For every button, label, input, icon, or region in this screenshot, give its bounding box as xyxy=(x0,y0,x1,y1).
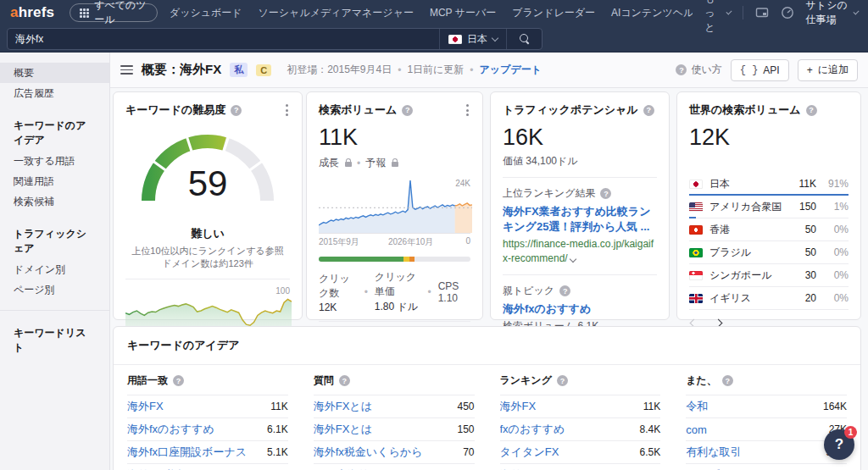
topnav-link[interactable]: ダッシュボード xyxy=(170,6,242,20)
sidebar-item[interactable]: キーワードリスト xyxy=(0,323,109,358)
question-icon[interactable]: ? xyxy=(643,105,654,116)
sidebar-item[interactable]: キーワードのアイデア xyxy=(0,115,109,151)
question-icon[interactable]: ? xyxy=(231,105,242,116)
all-tools-label: すべてのツール xyxy=(94,0,147,27)
top-navigation: ahrefs すべてのツール ダッシュボードソーシャルメディアマネージャーMCP… xyxy=(0,0,868,25)
metric: クリック数12K xyxy=(319,272,358,313)
header-actions: ?使い方 { }API +に追加 xyxy=(676,59,858,81)
add-to-button[interactable]: +に追加 xyxy=(798,59,858,81)
keyword-link[interactable]: 海外fx税金いくらから xyxy=(314,445,423,460)
lock-icon xyxy=(392,162,398,167)
how-to-use-link[interactable]: ?使い方 xyxy=(676,63,721,77)
country-row[interactable]: ブラジル500% xyxy=(689,241,849,264)
keyword-row: 海外fxのおすすめ6.1K xyxy=(127,417,288,440)
top-ranking-url[interactable]: https://finance-media.co.jp/kaigaifx-rec… xyxy=(491,235,669,266)
column-header: また、 xyxy=(686,373,717,388)
keyword-link[interactable]: 海外fx口座開設ボーナス xyxy=(127,445,247,460)
keyword-ideas-column: 用語一致?海外FX11K海外fxのおすすめ6.1K海外fx口座開設ボーナス5.1… xyxy=(127,365,288,470)
topnav-right: もっと サトシの仕事場 xyxy=(704,0,858,35)
japan-flag-icon xyxy=(448,35,462,44)
sidebar-item[interactable]: ページ別 xyxy=(0,279,109,300)
sidebar-item[interactable]: ドメイン別 xyxy=(0,259,109,279)
sidebar-item[interactable]: 概要 xyxy=(0,63,109,83)
page: ahrefs すべてのツール ダッシュボードソーシャルメディアマネージャーMCP… xyxy=(0,0,868,470)
question-icon[interactable]: ? xyxy=(559,285,570,296)
sidebar-item[interactable]: 広告履歴 xyxy=(0,83,109,103)
keyword-row: 海外fxのおすすめ6.1K xyxy=(500,463,661,470)
page-title: 概要：海外FX xyxy=(142,62,221,78)
topnav-link[interactable]: AIコンテンツヘルパー xyxy=(611,6,693,20)
keyword-link[interactable]: 有利な取引 xyxy=(686,445,741,460)
kd-label: 難しい xyxy=(114,226,302,241)
search-icon xyxy=(520,34,530,44)
ahrefs-logo[interactable]: ahrefs xyxy=(10,4,54,21)
top-ranking-result-link[interactable]: 海外FX業者おすすめ比較ランキング25選！評判から人気 ... xyxy=(491,201,669,235)
keyword-row: fx 国内海外どっち60 xyxy=(314,463,475,470)
keyword-search-input[interactable]: 海外fx xyxy=(8,29,439,49)
us-flag-icon xyxy=(689,202,703,212)
nav-divider xyxy=(743,6,743,19)
kebab-menu-icon[interactable] xyxy=(465,102,470,118)
country-row[interactable]: シンガポール300% xyxy=(689,264,849,287)
parent-topic-link[interactable]: 海外fxのおすすめ xyxy=(491,298,669,317)
question-icon[interactable]: ? xyxy=(402,105,413,116)
kd-score: 59 xyxy=(114,163,302,204)
country-row[interactable]: アメリカ合衆国1501% xyxy=(689,196,849,218)
sidebar-item[interactable]: 一致する用語 xyxy=(0,151,109,171)
keyword-link[interactable]: 海外FX xyxy=(500,399,537,414)
update-link[interactable]: アップデート xyxy=(480,63,542,77)
vol-axis-end: 2026年10月 xyxy=(388,236,433,248)
topnav-link[interactable]: ブランドレーダー xyxy=(512,6,595,20)
sidebar-item[interactable]: トラフィックシェア xyxy=(0,224,109,259)
parent-topic-label: 親トピック xyxy=(503,284,554,298)
question-icon[interactable]: ? xyxy=(557,375,568,386)
app-window-icon[interactable] xyxy=(755,6,769,19)
country-row[interactable]: 日本11K91% xyxy=(689,173,849,196)
hamburger-menu-icon[interactable] xyxy=(120,65,133,75)
question-icon[interactable]: ? xyxy=(173,375,184,386)
sidebar-item[interactable]: 関連用語 xyxy=(0,171,109,191)
notification-badge: 1 xyxy=(844,426,857,439)
sidebar-divider xyxy=(0,310,109,311)
help-bubble-button[interactable]: ? 1 xyxy=(824,429,854,460)
api-button[interactable]: { }API xyxy=(731,59,789,81)
keyword-link[interactable]: fxのおすすめ xyxy=(500,422,565,437)
volume-title: 検索ボリューム xyxy=(319,102,397,118)
question-icon: ? xyxy=(676,64,687,75)
country-selector[interactable]: 日本 xyxy=(439,29,506,49)
workspace-menu[interactable]: サトシの仕事場 xyxy=(806,0,858,27)
question-icon[interactable]: ? xyxy=(339,375,350,386)
keyword-link[interactable]: タイタンFX xyxy=(500,445,559,460)
volume-chart: 24K 2015年9月 2026年10月 0 xyxy=(319,180,470,248)
keyword-ideas-columns: 用語一致?海外FX11K海外fxのおすすめ6.1K海外fx口座開設ボーナス5.1… xyxy=(114,365,860,470)
country-row[interactable]: イギリス200% xyxy=(689,287,849,310)
keyword-row: 海外FX税金4.5K xyxy=(127,463,288,470)
usage-meter-icon[interactable] xyxy=(781,6,794,19)
keyword-link[interactable]: 海外FXとは xyxy=(314,422,372,437)
keyword-link[interactable]: com xyxy=(686,423,707,436)
tp-title: トラフィックポテンシャル xyxy=(503,102,638,118)
tp-value: 16K xyxy=(491,118,669,151)
growth-label[interactable]: 成長 xyxy=(319,156,339,170)
topnav-link[interactable]: MCP サーバー xyxy=(430,6,496,20)
question-icon[interactable]: ? xyxy=(806,105,817,116)
forecast-label[interactable]: 予報 xyxy=(365,156,386,170)
kebab-menu-icon[interactable] xyxy=(284,102,290,118)
jp-flag-icon xyxy=(689,180,703,189)
keyword-link[interactable]: 海外FXとは xyxy=(314,399,372,414)
country-row[interactable]: 香港500% xyxy=(689,218,849,241)
keyword-row: ピップ6.1K xyxy=(686,463,847,470)
bar-segment xyxy=(409,257,414,262)
question-icon[interactable]: ? xyxy=(600,188,611,199)
keyword-link[interactable]: 令和 xyxy=(686,399,708,414)
search-button[interactable] xyxy=(506,29,542,49)
sidebar-item[interactable]: 検索候補 xyxy=(0,191,109,212)
keyword-link[interactable]: 海外FX xyxy=(127,399,164,414)
more-menu[interactable]: もっと xyxy=(704,0,731,35)
question-icon[interactable]: ? xyxy=(722,375,733,386)
topnav-links: ダッシュボードソーシャルメディアマネージャーMCP サーバーブランドレーダーAI… xyxy=(170,6,693,20)
topnav-link[interactable]: ソーシャルメディアマネージャー xyxy=(259,6,414,20)
all-tools-button[interactable]: すべてのツール xyxy=(70,3,158,22)
keyword-row: 海外FX11K xyxy=(500,395,661,417)
keyword-link[interactable]: 海外fxのおすすめ xyxy=(127,422,214,437)
